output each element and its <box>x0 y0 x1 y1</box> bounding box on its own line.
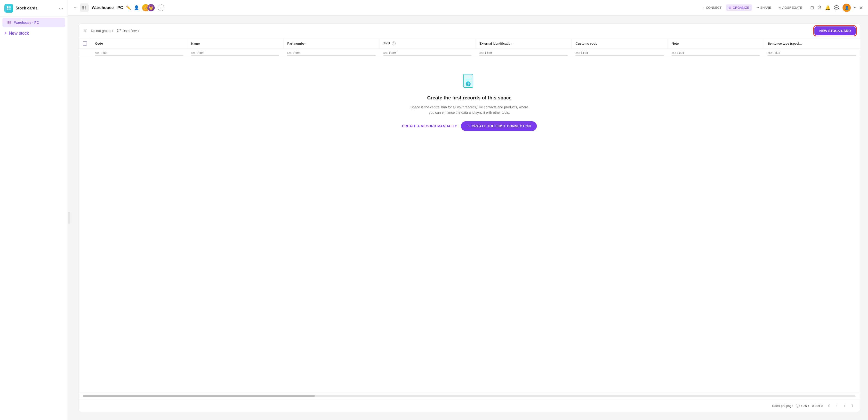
organize-nav-item[interactable]: ⊞ ORGANIZE <box>726 4 752 11</box>
rows-per-page-value: 25 <box>803 404 807 408</box>
sentence-type-column-header[interactable]: Sentence type (speci… <box>764 38 860 49</box>
layout-icon[interactable]: ⊡ <box>810 5 814 10</box>
svg-rect-11 <box>85 8 86 9</box>
first-page-button[interactable]: ⟪ <box>826 402 832 409</box>
customs-code-filter-input[interactable] <box>581 51 664 55</box>
chat-icon[interactable]: 💬 <box>834 5 839 10</box>
part-number-filter-input[interactable] <box>293 51 376 55</box>
group-chevron-icon: ▾ <box>112 30 113 32</box>
connect-nav-item[interactable]: → CONNECT <box>699 4 724 11</box>
external-id-filter-cell: abc <box>475 49 571 57</box>
user-avatar[interactable]: 👤 <box>842 4 851 12</box>
svg-rect-6 <box>7 23 9 24</box>
sidebar-new-stock[interactable]: + New stock <box>0 28 68 38</box>
group-dropdown[interactable]: Do not group ▾ <box>91 29 113 33</box>
select-all-checkbox[interactable] <box>83 41 87 46</box>
code-column-header[interactable]: Code <box>91 38 187 49</box>
dataflow-label: Data flow <box>122 29 136 33</box>
sidebar-item-warehouse-pc[interactable]: Warehouse - PC <box>2 18 65 27</box>
timer-icon[interactable]: ⏱ <box>817 5 822 10</box>
sku-filter-input[interactable] <box>389 51 472 55</box>
add-member-button[interactable]: + <box>158 4 164 11</box>
share-nav-item[interactable]: ⇀ SHARE <box>753 4 774 11</box>
create-first-connection-button[interactable]: ⇀ CREATE THE FIRST CONNECTION <box>461 121 537 131</box>
external-id-filter-input[interactable] <box>485 51 568 55</box>
sidebar-collapse-handle[interactable]: ‹ <box>68 212 70 223</box>
name-filter-input[interactable] <box>197 51 280 55</box>
empty-state-actions: CREATE A RECORD MANUALLY ⇀ CREATE THE FI… <box>402 121 537 131</box>
horizontal-scrollbar[interactable] <box>79 393 860 399</box>
table-header-row: Code Name Part number SKU ? External ide… <box>79 38 860 49</box>
note-column-header[interactable]: Note <box>668 38 764 49</box>
filter-checkbox-cell <box>79 49 91 57</box>
part-number-filter-icon: abc <box>287 52 291 54</box>
last-page-button[interactable]: ⟫ <box>849 402 856 409</box>
share-label: SHARE <box>761 6 771 9</box>
sidebar: Stock cards ⋯ Warehouse - PC + New stock <box>0 0 68 420</box>
empty-state: Create the first records of this space S… <box>79 57 860 146</box>
part-number-column-header[interactable]: Part number <box>283 38 379 49</box>
aggregate-label: AGGREGATE <box>782 6 802 9</box>
sku-column-header[interactable]: SKU ? <box>379 38 475 49</box>
code-filter-input[interactable] <box>101 51 183 55</box>
svg-rect-7 <box>9 23 11 24</box>
group-label: Do not group <box>91 29 111 33</box>
topbar-action-icons: ⊡ ⏱ 🔔 💬 👤 ▾ ✕ <box>810 4 863 12</box>
note-filter-cell: abc <box>668 49 764 57</box>
external-id-filter-icon: abc <box>479 52 484 54</box>
svg-rect-1 <box>9 6 11 8</box>
scrollbar-thumb[interactable] <box>83 395 315 397</box>
avatar-2[interactable]: 👑 <box>147 4 155 11</box>
app-logo <box>4 4 13 12</box>
connection-button-label: CREATE THE FIRST CONNECTION <box>472 124 531 128</box>
new-stock-card-button[interactable]: NEW STOCK CARD <box>814 26 856 35</box>
note-filter-input[interactable] <box>677 51 760 55</box>
name-column-header[interactable]: Name <box>187 38 283 49</box>
workspace-icon <box>80 3 89 12</box>
dataflow-button[interactable]: Data flow ▾ <box>117 29 139 33</box>
sentence-type-filter-input[interactable] <box>773 51 856 55</box>
rows-per-page-help-icon[interactable]: ? <box>796 404 800 408</box>
dataflow-chevron-icon: ▾ <box>138 30 139 32</box>
connect-icon: → <box>702 6 705 9</box>
topbar-nav: → CONNECT ⊞ ORGANIZE ⇀ SHARE ✳ AGGREGATE <box>699 4 805 11</box>
sidebar-menu-icon[interactable]: ⋯ <box>59 6 63 11</box>
filter-row: abc abc <box>79 49 860 57</box>
organize-label: ORGANIZE <box>733 6 749 9</box>
new-stock-label: New stock <box>9 31 29 36</box>
topbar: ← Warehouse - PC ✏️ 👤 👑 👑 + → CONNECT ⊞ <box>68 0 868 16</box>
aggregate-nav-item[interactable]: ✳ AGGREGATE <box>776 4 805 11</box>
sku-filter-cell: abc <box>379 49 475 57</box>
edit-icon[interactable]: ✏️ <box>126 5 131 10</box>
sentence-type-filter-icon: abc <box>768 52 772 54</box>
svg-point-13 <box>120 29 121 30</box>
empty-state-icon <box>461 72 478 91</box>
connection-icon: ⇀ <box>467 124 470 128</box>
customs-code-filter-cell: abc <box>571 49 668 57</box>
code-filter-cell: abc <box>91 49 187 57</box>
close-button[interactable]: ✕ <box>859 5 863 11</box>
user-icon[interactable]: 👤 <box>134 5 139 10</box>
rows-per-page-dropdown[interactable]: 25 ▾ <box>803 404 809 408</box>
sku-help-icon[interactable]: ? <box>392 41 396 46</box>
app-name: Stock cards <box>16 6 57 10</box>
customs-code-column-header[interactable]: Customs code <box>571 38 668 49</box>
external-id-column-header[interactable]: External identification <box>475 38 571 49</box>
notification-icon[interactable]: 🔔 <box>825 5 830 10</box>
empty-state-row: Create the first records of this space S… <box>79 57 860 146</box>
svg-rect-3 <box>9 8 11 10</box>
next-page-button[interactable]: › <box>841 402 848 409</box>
sku-filter-icon: abc <box>383 52 388 54</box>
main-content: Do not group ▾ Data flow ▾ NEW STOCK CAR… <box>79 23 860 412</box>
back-button[interactable]: ← <box>73 5 77 10</box>
prev-page-button[interactable]: ‹ <box>833 402 840 409</box>
rows-per-page-control: Rows per page ? : 25 ▾ <box>772 404 809 408</box>
empty-state-cell: Create the first records of this space S… <box>79 57 860 146</box>
sidebar-item-label: Warehouse - PC <box>14 21 39 25</box>
create-record-manually-button[interactable]: CREATE A RECORD MANUALLY <box>402 124 457 128</box>
filter-button[interactable] <box>83 29 87 33</box>
rows-per-page-separator: : <box>801 404 802 408</box>
user-chevron-icon[interactable]: ▾ <box>854 6 856 9</box>
share-icon: ⇀ <box>756 6 759 9</box>
name-filter-cell: abc <box>187 49 283 57</box>
